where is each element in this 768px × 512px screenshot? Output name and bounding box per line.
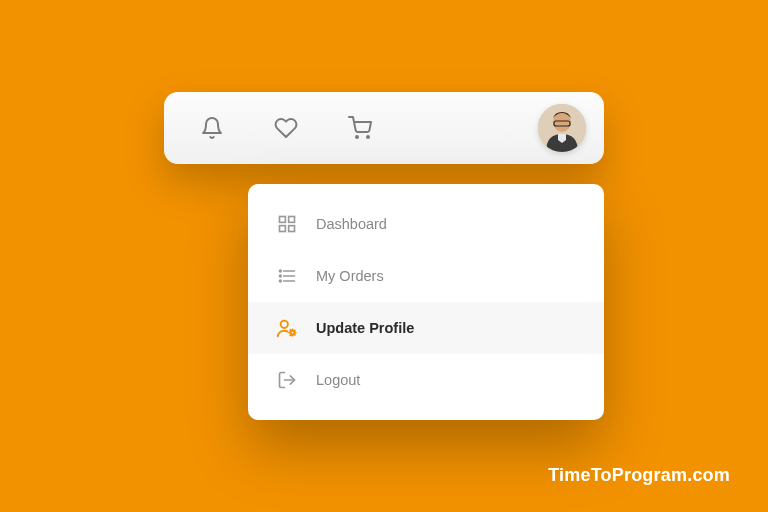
menu-item-orders[interactable]: My Orders <box>248 250 604 302</box>
menu-item-update-profile[interactable]: Update Profile <box>248 302 604 354</box>
svg-point-15 <box>280 280 282 282</box>
svg-rect-9 <box>289 226 295 232</box>
svg-rect-6 <box>280 217 286 223</box>
menu-item-label: Update Profile <box>316 320 414 336</box>
svg-point-16 <box>281 321 288 328</box>
list-icon <box>276 265 298 287</box>
menu-item-dashboard[interactable]: Dashboard <box>248 198 604 250</box>
menu-item-label: Logout <box>316 372 360 388</box>
svg-rect-7 <box>289 217 295 223</box>
bell-icon[interactable] <box>198 114 226 142</box>
svg-point-13 <box>280 270 282 272</box>
menu-item-label: My Orders <box>316 268 384 284</box>
menu-item-logout[interactable]: Logout <box>248 354 604 406</box>
svg-point-14 <box>280 275 282 277</box>
svg-point-1 <box>367 136 369 138</box>
cart-icon[interactable] <box>346 114 374 142</box>
toolbar <box>164 92 604 164</box>
svg-rect-8 <box>280 226 286 232</box>
svg-point-0 <box>356 136 358 138</box>
user-gear-icon <box>276 317 298 339</box>
grid-icon <box>276 213 298 235</box>
logout-icon <box>276 369 298 391</box>
avatar[interactable] <box>538 104 586 152</box>
profile-dropdown: Dashboard My Orders Update Profile <box>248 184 604 420</box>
menu-item-label: Dashboard <box>316 216 387 232</box>
watermark: TimeToProgram.com <box>548 465 730 486</box>
heart-icon[interactable] <box>272 114 300 142</box>
